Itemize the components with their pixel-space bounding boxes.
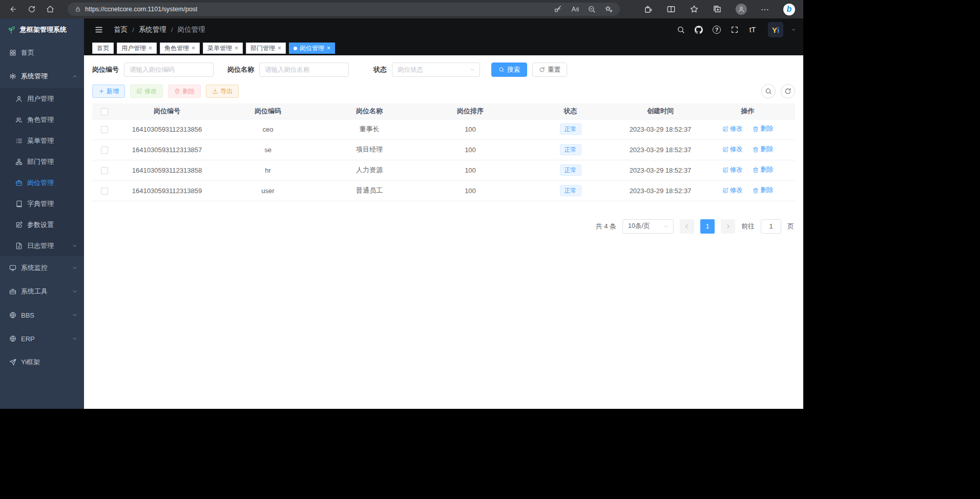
briefcase-icon: [15, 179, 23, 186]
row-delete-link[interactable]: 删除: [753, 186, 773, 195]
globe-icon: [9, 335, 16, 342]
tab-menu-mgmt[interactable]: 菜单管理×: [203, 43, 243, 54]
sidebar-item-user-mgmt[interactable]: 用户管理: [0, 88, 84, 109]
sidebar-item-home[interactable]: 首页: [0, 41, 84, 65]
sidebar-item-system-monitor[interactable]: 系统监控: [0, 256, 84, 280]
chevron-down-icon: [663, 223, 669, 230]
zoom-out-icon[interactable]: [588, 5, 596, 13]
breadcrumb-system-mgmt[interactable]: 系统管理: [139, 25, 166, 34]
read-aloud-icon[interactable]: [571, 5, 579, 13]
user-avatar[interactable]: Yi: [768, 22, 783, 37]
tags-view-bar: 首页 用户管理× 角色管理× 菜单管理× 部门管理× 岗位管理×: [84, 41, 803, 55]
chevron-down-icon: [72, 288, 78, 295]
search-button[interactable]: 搜索: [491, 63, 527, 77]
row-delete-link[interactable]: 删除: [753, 165, 773, 174]
sidebar-item-yi-framework[interactable]: Yi框架: [0, 350, 84, 374]
tab-post-mgmt[interactable]: 岗位管理×: [289, 43, 335, 54]
edit-icon: [722, 126, 728, 132]
header-search-icon[interactable]: [675, 24, 686, 35]
dashboard-icon: [9, 49, 16, 56]
status-select[interactable]: 岗位状态: [392, 63, 480, 77]
collections-icon[interactable]: [713, 5, 722, 14]
bing-copilot-icon[interactable]: b: [783, 4, 795, 15]
github-icon[interactable]: [693, 24, 704, 35]
tab-dept-mgmt[interactable]: 部门管理×: [246, 43, 286, 54]
sidebar-item-erp[interactable]: ERP: [0, 327, 84, 350]
sidebar-item-param-settings[interactable]: 参数设置: [0, 214, 84, 235]
globe-icon: [9, 311, 16, 319]
row-delete-link[interactable]: 删除: [753, 124, 773, 133]
browser-refresh-button[interactable]: [24, 2, 40, 16]
favorites-icon[interactable]: [690, 5, 699, 14]
row-delete-link[interactable]: 删除: [753, 145, 773, 154]
table-row[interactable]: 1641030593112313856 ceo 董事长 100 正常 2023-…: [92, 119, 795, 139]
sidebar-item-log-mgmt[interactable]: 日志管理: [0, 235, 84, 256]
row-checkbox[interactable]: [101, 167, 108, 174]
avatar-caret-icon[interactable]: [791, 27, 796, 32]
browser-menu-icon[interactable]: ⋯: [761, 5, 769, 14]
browser-home-button[interactable]: [42, 2, 58, 16]
post-name-input[interactable]: [259, 63, 349, 77]
sidebar-item-dict-mgmt[interactable]: 字典管理: [0, 193, 84, 214]
close-icon[interactable]: ×: [278, 45, 281, 51]
select-all-checkbox[interactable]: [101, 108, 108, 115]
close-icon[interactable]: ×: [149, 45, 152, 51]
reset-button[interactable]: 重置: [532, 63, 567, 77]
tab-home[interactable]: 首页: [92, 43, 114, 54]
sidebar-item-bbs[interactable]: BBS: [0, 303, 84, 327]
toggle-search-button[interactable]: [761, 84, 776, 98]
post-code-input[interactable]: [124, 63, 214, 77]
row-edit-link[interactable]: 修改: [722, 124, 743, 133]
delete-button[interactable]: 删除: [168, 85, 201, 98]
address-bar[interactable]: https://ccnetcore.com:1101/system/post: [68, 3, 620, 16]
page-number-button[interactable]: 1: [700, 219, 715, 234]
sidebar-collapse-icon[interactable]: [94, 25, 103, 34]
table-row[interactable]: 1641030593112313859 user 普通员工 100 正常 202…: [92, 180, 795, 201]
trash-icon: [753, 188, 759, 194]
tab-user-mgmt[interactable]: 用户管理×: [117, 43, 157, 54]
profile-avatar[interactable]: [736, 4, 747, 15]
cell-post-id: 1641030593112313857: [117, 139, 217, 160]
table-row[interactable]: 1641030593112313858 hr 人力资源 100 正常 2023-…: [92, 160, 795, 180]
export-button[interactable]: 导出: [206, 85, 239, 98]
text-size-icon[interactable]: tT: [747, 24, 758, 35]
refresh-table-button[interactable]: [781, 84, 795, 98]
page-size-select[interactable]: 10条/页: [622, 219, 674, 234]
add-button[interactable]: 新增: [92, 85, 125, 98]
edit-button[interactable]: 修改: [130, 85, 163, 98]
password-key-icon[interactable]: [554, 5, 562, 13]
breadcrumb-home[interactable]: 首页: [114, 25, 128, 34]
row-edit-link[interactable]: 修改: [722, 165, 743, 174]
sidebar-item-menu-mgmt[interactable]: 菜单管理: [0, 130, 84, 151]
sidebar-item-system-tools[interactable]: 系统工具: [0, 280, 84, 303]
table-row[interactable]: 1641030593112313857 se 项目经理 100 正常 2023-…: [92, 139, 795, 160]
sidebar-item-role-mgmt[interactable]: 角色管理: [0, 109, 84, 130]
browser-back-button[interactable]: [5, 2, 22, 16]
browser-toolbar-right: ⋯ b: [643, 4, 798, 15]
page-unit-label: 页: [787, 222, 794, 231]
split-screen-icon[interactable]: [666, 5, 676, 14]
extensions-icon[interactable]: [643, 5, 653, 14]
row-checkbox[interactable]: [101, 188, 108, 195]
row-edit-link[interactable]: 修改: [722, 186, 743, 195]
close-icon[interactable]: ×: [235, 45, 238, 51]
add-favorite-star-icon[interactable]: [604, 5, 613, 13]
close-icon[interactable]: ×: [192, 45, 195, 51]
row-checkbox[interactable]: [101, 147, 108, 154]
row-edit-link[interactable]: 修改: [722, 145, 743, 154]
close-icon[interactable]: ×: [327, 45, 330, 51]
chevron-up-icon: [72, 73, 78, 79]
row-checkbox[interactable]: [101, 126, 108, 133]
fullscreen-icon[interactable]: [729, 24, 740, 35]
goto-page-input[interactable]: [761, 219, 781, 234]
sidebar-item-dept-mgmt[interactable]: 部门管理: [0, 151, 84, 172]
url-text[interactable]: https://ccnetcore.com:1101/system/post: [85, 6, 550, 13]
sidebar-item-system-mgmt[interactable]: 系统管理: [0, 65, 84, 88]
sidebar-item-post-mgmt[interactable]: 岗位管理: [0, 172, 84, 193]
chevron-down-icon: [72, 312, 78, 318]
tab-role-mgmt[interactable]: 角色管理×: [160, 43, 200, 54]
help-icon[interactable]: ?: [711, 24, 722, 35]
prev-page-button[interactable]: [680, 219, 694, 234]
next-page-button[interactable]: [721, 219, 735, 234]
browser-toolbar: https://ccnetcore.com:1101/system/post ⋯…: [0, 0, 803, 18]
